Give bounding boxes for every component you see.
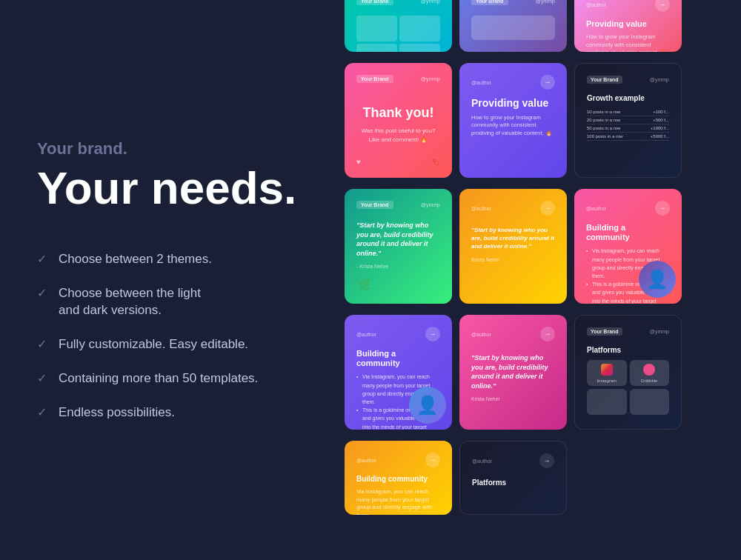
card-community-red: @author → Building a community Via Insta…	[574, 189, 682, 304]
feature-item: ✓ Endless possibilities.	[37, 404, 319, 421]
check-icon: ✓	[37, 252, 47, 266]
card-community-yellow2: @author → Building community Via Instagr…	[345, 441, 452, 515]
card-platforms-dark: Your Brand @ymmp Platforms Instagram Dri…	[574, 315, 682, 430]
check-icon: ✓	[37, 337, 47, 351]
card-arrow: →	[655, 0, 670, 12]
card-brand: Your Brand	[587, 327, 622, 336]
card-providing-purple: @author → Providing value How to grow yo…	[459, 63, 567, 178]
card-community-purple: @author → Building a community Via Insta…	[345, 315, 452, 430]
card-community-pink: @author → "Start by knowing who you are,…	[459, 315, 567, 430]
card-handle: @ymmp	[536, 0, 555, 4]
quote-text: "Start by knowing who you are, build cre…	[471, 353, 555, 390]
card-handle: @author	[471, 206, 491, 211]
card-title: Growth example	[587, 94, 669, 102]
card-arrow: →	[425, 327, 440, 341]
card-handle: @author	[356, 458, 376, 463]
card-arrow: →	[539, 453, 554, 468]
card-platforms-dark2: @author → Platforms	[459, 441, 567, 515]
bookmark-icon: 🔖	[431, 158, 440, 166]
card-handle: @ymmp	[421, 0, 440, 4]
card-title: Platforms	[587, 346, 669, 354]
card-dribbble-top: Your Brand @ymmp	[459, 0, 567, 52]
card-title: Platforms	[472, 479, 554, 487]
check-icon: ✓	[37, 405, 47, 419]
card-body: Via Instagram, you can reach many people…	[356, 488, 440, 515]
card-growth: Your Brand @ymmp Growth example 10 posts…	[574, 63, 682, 178]
feature-item: ✓ Choose between the lightand dark versi…	[37, 284, 319, 320]
platform-dribbble: Dribbble	[630, 360, 670, 386]
feature-text: Choose between 2 themes.	[59, 250, 212, 268]
card-handle: @ymmp	[421, 76, 440, 81]
platforms-grid: Instagram Dribbble	[587, 360, 669, 415]
card-brand: Your Brand	[587, 76, 622, 84]
card-quote-green: Your Brand @ymmp "Start by knowing who y…	[345, 189, 452, 304]
feature-item: ✓ Containing more than 50 templates.	[37, 370, 319, 387]
cards-container: Your Brand @ymmp Your Brand @ymmp @autho…	[341, 0, 726, 560]
card-arrow: →	[540, 75, 555, 90]
card-handle: @author	[471, 80, 491, 85]
card-handle: @author	[356, 332, 376, 337]
card-brand: Your Brand	[356, 201, 393, 209]
instagram-label: Instagram	[597, 379, 617, 383]
card-handle: @author	[586, 2, 606, 7]
platform-tiktok	[587, 389, 627, 415]
card-arrow: →	[425, 453, 440, 467]
card-providing-top: @author → Providing value How to grow yo…	[574, 0, 682, 52]
card-brand: Your Brand	[356, 75, 393, 83]
card-community-yellow: @author → "Start by knowing who you are,…	[459, 189, 567, 304]
quote-author: Krista Neher	[471, 396, 555, 401]
quote-text: "Start by knowing who you are, build cre…	[356, 221, 440, 258]
feature-item: ✓ Choose between 2 themes.	[37, 250, 319, 268]
check-icon: ✓	[37, 371, 47, 385]
card-title: Building a community	[586, 223, 670, 242]
card-handle: @author	[472, 459, 492, 464]
card-body: How to grow your Instagram community wit…	[471, 114, 555, 138]
feature-text: Containing more than 50 templates.	[59, 370, 258, 387]
quote-author: - Krista Neher	[356, 264, 440, 269]
card-arrow: →	[655, 201, 670, 216]
dribbble-label: Dribbble	[641, 379, 657, 383]
card-brand: Your Brand	[356, 0, 393, 5]
card-title: Providing value	[471, 97, 555, 110]
card-handle: @author	[586, 206, 606, 211]
brand-tagline: Your brand.	[37, 139, 319, 159]
left-panel: Your brand. Your needs. ✓ Choose between…	[0, 0, 356, 560]
card-handle: @author	[471, 332, 491, 337]
card-body: How to grow your Instagram community wit…	[586, 33, 670, 52]
main-headline: Your needs.	[37, 163, 319, 213]
card-handle: @ymmp	[650, 77, 669, 82]
card-handle: @ymmp	[650, 329, 669, 334]
card-title: Providing value	[586, 19, 670, 29]
card-arrow: →	[540, 327, 555, 341]
card-brand: Your Brand	[471, 0, 508, 5]
quote-text: "Start by knowing who you are, build cre…	[471, 226, 555, 251]
heart-icon: ♥	[356, 158, 361, 166]
card-thankyou: Your Brand @ymmp Thank you! Was this pos…	[345, 63, 452, 178]
thankyou-subtitle: Was this post useful to you?Like and com…	[356, 127, 440, 144]
card-title: Building a community	[356, 349, 440, 368]
feature-item: ✓ Fully customizable. Easy editable.	[37, 336, 319, 353]
card-instagram-top: Your Brand @ymmp	[345, 0, 452, 52]
right-panel: Your Brand @ymmp Your Brand @ymmp @autho…	[326, 0, 741, 560]
feature-text: Endless possibilities.	[59, 404, 175, 421]
feature-text: Choose between the lightand dark version…	[59, 284, 201, 320]
growth-table: 10 posts in a row+100 f... 20 posts in a…	[587, 108, 669, 141]
card-arrow: →	[540, 201, 555, 216]
feature-text: Fully customizable. Easy editable.	[59, 336, 248, 353]
card-handle: @ymmp	[421, 202, 440, 207]
card-title: Building community	[356, 475, 440, 484]
platform-instagram: Instagram	[587, 360, 627, 386]
features-list: ✓ Choose between 2 themes. ✓ Choose betw…	[37, 250, 319, 421]
quote-author: Krista Neher	[471, 257, 555, 262]
platform-other	[630, 389, 670, 415]
check-icon: ✓	[37, 286, 47, 300]
thankyou-title: Thank you!	[356, 105, 440, 121]
